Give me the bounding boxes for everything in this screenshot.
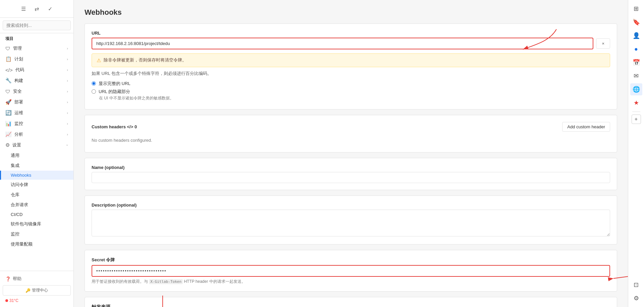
- hide-url-hint: 在 UI 中不显示诸如令牌之类的敏感数据。: [99, 95, 610, 101]
- custom-headers-title: Custom headers </> 0: [92, 124, 137, 129]
- sidebar-item-analyze[interactable]: 📈 分析 ›: [0, 129, 73, 140]
- security-icon: 🛡: [5, 89, 10, 94]
- sidebar-item-deploy-label: 部署: [14, 99, 23, 105]
- sidebar-item-code-label: 代码: [15, 67, 24, 73]
- right-icon-star[interactable]: ★: [630, 97, 642, 109]
- sidebar-item-ops[interactable]: 🔄 运维 ›: [0, 107, 73, 118]
- sidebar-sub-packages[interactable]: 软件包与镜像库: [0, 219, 73, 229]
- name-label: Name (optional): [92, 165, 610, 170]
- url-row: × 这里选择jenkins复制的url: [92, 38, 610, 49]
- sidebar-item-deploy[interactable]: 🚀 部署 ›: [0, 97, 73, 107]
- page-wrapper: Webhooks URL × 这里选择jenkins复制的url: [74, 0, 644, 307]
- sidebar-sub-merge-requests[interactable]: 合并请求: [0, 200, 73, 210]
- secret-token-input[interactable]: [92, 265, 610, 277]
- sidebar-item-security[interactable]: 🛡 安全 ›: [0, 86, 73, 97]
- analyze-chevron: ›: [67, 132, 68, 136]
- deploy-chevron: ›: [67, 100, 68, 104]
- sidebar-sub-usage[interactable]: 使用量配额: [0, 239, 73, 249]
- sidebar-item-build-label: 构建: [14, 78, 23, 84]
- sidebar-top-icons: ☰ ⇄ ✓: [0, 0, 73, 18]
- security-chevron: ›: [67, 89, 68, 93]
- sidebar-item-manage-label: 管理: [13, 45, 22, 51]
- sidebar-bottom: ❓ 帮助 🔑 管理中心 31°C: [0, 271, 73, 307]
- sidebar-status: 31°C: [3, 297, 71, 304]
- sidebar-sub-repository[interactable]: 仓库: [0, 190, 73, 200]
- secret-token-row: 这里填写jenkins 生产的token: [92, 265, 610, 277]
- sidebar-icon-check[interactable]: ✓: [44, 3, 56, 15]
- sidebar-sub-cicd[interactable]: CI/CD: [0, 210, 73, 219]
- custom-headers-section: Custom headers </> 0 Add custom header N…: [85, 115, 617, 152]
- build-chevron: ›: [67, 79, 68, 83]
- sidebar-sub-access-tokens[interactable]: 访问令牌: [0, 180, 73, 190]
- sidebar-icon-menu[interactable]: ☰: [17, 3, 30, 15]
- page-title: Webhooks: [85, 8, 617, 17]
- hide-url-option[interactable]: URL 的隐藏部分: [92, 89, 610, 95]
- sidebar-search-area: [0, 18, 73, 33]
- show-full-url-radio[interactable]: [92, 81, 96, 86]
- url-hint: 如果 URL 包含一个或多个特殊字符，则必须进行百分比编码。: [92, 71, 610, 77]
- right-icon-expand[interactable]: ⊡: [630, 279, 642, 291]
- trigger-title: 触发来源: [92, 304, 610, 307]
- right-icon-plus[interactable]: +: [632, 115, 641, 124]
- code-chevron: ›: [67, 68, 68, 72]
- sidebar-icon-merge[interactable]: ⇄: [31, 3, 43, 15]
- sidebar-item-code[interactable]: </> 代码 ›: [0, 64, 73, 75]
- sidebar-item-monitor[interactable]: 📊 监控 ›: [0, 118, 73, 129]
- sidebar-item-settings-label: 设置: [12, 142, 21, 148]
- right-icon-gear[interactable]: ⚙: [630, 292, 642, 304]
- sidebar: ☰ ⇄ ✓ 项目 🛡 管理 › 📋 计划 › </> 代码 › 🔧 构建 › 🛡: [0, 0, 74, 307]
- sidebar-item-build[interactable]: 🔧 构建 ›: [0, 75, 73, 86]
- custom-headers-header: Custom headers </> 0 Add custom header: [92, 122, 610, 132]
- plan-chevron: ›: [67, 57, 68, 61]
- right-icon-bar: ⊞ 🔖 👤 ● 📅 ✉ 🌐 ★ + ⊡ ⚙: [628, 0, 644, 307]
- right-icon-globe[interactable]: 🌐: [630, 83, 642, 95]
- show-full-url-option[interactable]: 显示完整的 URL: [92, 81, 610, 87]
- sidebar-item-manage[interactable]: 🛡 管理 ›: [0, 43, 73, 54]
- sidebar-item-monitor-label: 监控: [14, 121, 23, 127]
- sidebar-help[interactable]: ❓ 帮助: [3, 274, 71, 284]
- status-dot: [5, 299, 8, 302]
- hide-url-radio[interactable]: [92, 89, 96, 94]
- description-textarea[interactable]: [92, 210, 610, 236]
- name-input[interactable]: [92, 172, 610, 183]
- right-icon-mail[interactable]: ✉: [630, 70, 642, 82]
- right-icon-bookmark[interactable]: 🔖: [630, 16, 642, 28]
- sidebar-sub-webhooks[interactable]: Webhooks: [0, 171, 73, 180]
- url-clear-button[interactable]: ×: [596, 38, 610, 49]
- add-custom-header-button[interactable]: Add custom header: [562, 122, 610, 132]
- manage-chevron: ›: [67, 46, 68, 50]
- main-content: Webhooks URL × 这里选择jenkins复制的url: [74, 0, 628, 307]
- right-icon-grid[interactable]: ⊞: [630, 3, 642, 15]
- sidebar-item-plan[interactable]: 📋 计划 ›: [0, 54, 73, 64]
- plan-icon: 📋: [5, 56, 12, 62]
- sidebar-nav: 🛡 管理 › 📋 计划 › </> 代码 › 🔧 构建 › 🛡 安全 › 🚀 部…: [0, 43, 73, 271]
- secret-token-section: Secret 令牌 这里填写jenkins 生产的token 用于签证接收到的有…: [85, 250, 617, 292]
- sidebar-item-security-label: 安全: [13, 88, 22, 94]
- sidebar-section-title: 项目: [0, 33, 73, 43]
- search-input[interactable]: [3, 20, 71, 30]
- manage-icon: 🛡: [5, 46, 10, 51]
- right-icon-circle[interactable]: ●: [630, 43, 642, 55]
- manage-center-btn[interactable]: 🔑 管理中心: [3, 285, 71, 296]
- url-section: URL × 这里选择jenkins复制的url ⚠ 除非令牌被更新，否则保: [85, 24, 617, 109]
- url-display-options: 显示完整的 URL URL 的隐藏部分 在 UI 中不显示诸如令牌之类的敏感数据…: [92, 81, 610, 101]
- url-label: URL: [92, 31, 610, 36]
- sidebar-sub-monitoring[interactable]: 监控: [0, 229, 73, 239]
- token-hint: 用于签证接收到的有效载荷。与 X-Gitlab-Token HTTP heade…: [92, 279, 610, 284]
- sidebar-item-analyze-label: 分析: [14, 131, 23, 137]
- sidebar-item-plan-label: 计划: [14, 56, 23, 62]
- settings-icon: ⚙: [5, 142, 10, 148]
- url-input[interactable]: [92, 38, 593, 49]
- secret-token-label: Secret 令牌: [92, 257, 610, 263]
- show-full-url-label: 显示完整的 URL: [99, 81, 130, 87]
- right-icon-calendar[interactable]: 📅: [630, 56, 642, 69]
- trigger-section: 触发来源 推送事件 所有分支 通配符样式: [85, 297, 617, 307]
- sidebar-item-settings[interactable]: ⚙ 设置 ›: [0, 140, 73, 150]
- sidebar-sub-integration[interactable]: 集成: [0, 161, 73, 171]
- description-section: Description (optional): [85, 195, 617, 245]
- name-section: Name (optional): [85, 158, 617, 190]
- right-icon-user[interactable]: 👤: [630, 30, 642, 42]
- sidebar-sub-general[interactable]: 通用: [0, 150, 73, 161]
- description-label: Description (optional): [92, 203, 610, 208]
- status-temp: 31°C: [9, 298, 18, 303]
